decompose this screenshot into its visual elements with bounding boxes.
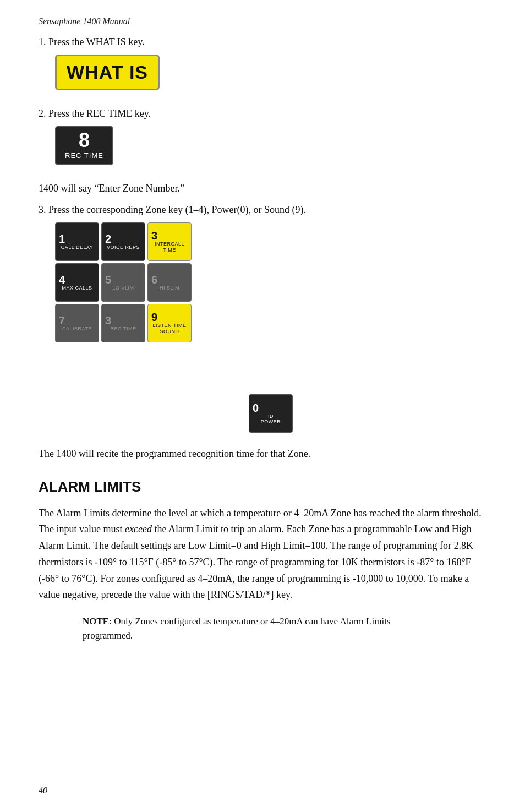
key-6-label: HI SLIM <box>158 285 181 291</box>
note-label: NOTE <box>83 616 109 626</box>
key-0: 0 ID POWER <box>249 394 293 433</box>
key-0-num: 0 <box>253 402 259 413</box>
key-5-num: 5 <box>105 274 111 285</box>
step-1-text: 1. Press the WHAT IS key. <box>39 36 486 48</box>
summary-text: The 1400 will recite the programmed reco… <box>39 446 486 462</box>
rec-time-key: 8 REC TIME <box>55 126 113 165</box>
what-is-key: WHAT IS <box>55 55 160 90</box>
key-7-label: CALIBRATE <box>61 326 93 332</box>
key-9-label: LISTEN TIME SOUND <box>152 323 188 335</box>
key-8: 3 REC TIME <box>101 304 145 342</box>
enter-zone-text: 1400 will say “Enter Zone Number.” <box>39 183 486 194</box>
key-4-num: 4 <box>59 274 65 285</box>
key-2: 2 VOICE REPS <box>101 222 145 261</box>
step-3-text: 3. Press the corresponding Zone key (1–4… <box>39 204 486 216</box>
key-9-num: 9 <box>151 312 157 323</box>
key-2-num: 2 <box>105 233 111 244</box>
what-is-key-image: WHAT IS <box>55 55 160 90</box>
note-text: : Only Zones configured as temperature o… <box>83 616 390 641</box>
key-6: 6 HI SLIM <box>147 263 192 302</box>
key-5-label: LO VLIM <box>111 285 135 291</box>
key-1-num: 1 <box>59 233 65 244</box>
key-0-label: ID POWER <box>261 413 281 424</box>
exceed-word: exceed <box>125 524 152 535</box>
alarm-limits-title: ALARM LIMITS <box>39 478 486 495</box>
key-8-num: 3 <box>105 315 111 326</box>
note-box: NOTE: Only Zones configured as temperatu… <box>83 614 442 644</box>
key-4: 4 MAX CALLS <box>55 263 99 302</box>
keypad-grid: 1 CALL DELAY 2 VOICE REPS 3 INTERCALL TI… <box>55 222 486 383</box>
key-1-label: CALL DELAY <box>60 244 95 250</box>
key-3-label: INTERCALL TIME <box>148 241 191 253</box>
key-3-num: 3 <box>151 230 157 241</box>
rec-time-key-image: 8 REC TIME <box>55 126 113 165</box>
key-9: 9 LISTEN TIME SOUND <box>147 304 192 342</box>
step-2-text: 2. Press the REC TIME key. <box>39 108 486 119</box>
key-2-label: VOICE REPS <box>106 244 141 250</box>
alarm-limits-section: ALARM LIMITS The Alarm Limits determine … <box>39 478 486 644</box>
page-number: 40 <box>39 786 47 795</box>
page-header: Sensaphone 1400 Manual <box>39 17 486 26</box>
key-3: 3 INTERCALL TIME <box>147 222 192 261</box>
step-3: 3. Press the corresponding Zone key (1–4… <box>39 204 486 433</box>
key-7: 7 CALIBRATE <box>55 304 99 342</box>
zero-key-row: 0 ID POWER <box>55 394 486 433</box>
key-5: 5 LO VLIM <box>101 263 145 302</box>
page-container: Sensaphone 1400 Manual 1. Press the WHAT… <box>0 0 525 677</box>
key-8-label: REC TIME <box>110 326 138 332</box>
rec-time-number: 8 <box>79 130 90 150</box>
step-1: 1. Press the WHAT IS key. WHAT IS <box>39 36 486 96</box>
key-1: 1 CALL DELAY <box>55 222 99 261</box>
key-6-num: 6 <box>151 274 157 285</box>
key-7-num: 7 <box>59 315 65 326</box>
rec-time-label: REC TIME <box>65 151 103 160</box>
step-2: 2. Press the REC TIME key. 8 REC TIME <box>39 108 486 171</box>
alarm-limits-body: The Alarm Limits determine the level at … <box>39 505 486 603</box>
key-4-label: MAX CALLS <box>61 285 93 291</box>
